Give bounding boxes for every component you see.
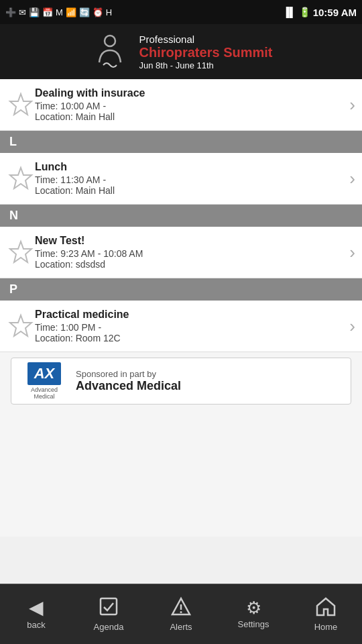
home-svg-icon (316, 596, 336, 616)
alerts-icon (171, 596, 191, 619)
header-text-block: Professional Chiropraters Summit Jun 8th… (139, 34, 273, 70)
svg-rect-5 (101, 598, 117, 614)
sponsor-banner: AX Advanced Medical Sponsored in part by… (11, 358, 351, 405)
sponsor-logo-ax: AX (27, 362, 61, 385)
bottom-nav: ◀ back Agenda Alerts ⚙ Settings (0, 584, 362, 644)
battery-icon: 🔋 (299, 7, 310, 17)
status-icons-right: ▐▌ 🔋 10:59 AM (283, 7, 357, 18)
item-time: Time: 10:00 AM - (35, 101, 344, 111)
alarm-icon: ⏰ (93, 7, 103, 17)
back-icon: ◀ (29, 598, 44, 617)
item-time: Time: 1:00 PM - (35, 322, 344, 333)
svg-marker-1 (10, 94, 32, 115)
mail-icon: ✉ (19, 7, 26, 17)
status-time: 10:59 AM (313, 7, 357, 18)
svg-marker-3 (10, 241, 32, 262)
item-info: Practical medicine Time: 1:00 PM - Locat… (35, 309, 344, 343)
header-title-main: Chiropraters Summit (139, 45, 273, 60)
sponsor-logo-sub: Advanced Medical (21, 386, 68, 400)
chevron-right-icon: › (349, 242, 355, 263)
nav-home[interactable]: Home (290, 596, 362, 632)
sponsor-name: Advanced Medical (76, 379, 341, 393)
settings-icon: ⚙ (246, 599, 261, 616)
item-title: New Test! (35, 235, 344, 247)
nav-back[interactable]: ◀ back (0, 598, 72, 630)
section-header-p: P (0, 278, 362, 301)
agenda-svg-icon (99, 596, 119, 616)
favorite-icon[interactable] (7, 312, 35, 340)
favorite-icon[interactable] (7, 164, 35, 193)
item-location: Location: Room 12C (35, 333, 344, 343)
nav-agenda[interactable]: Agenda (72, 596, 145, 632)
item-location: Location: Main Hall (35, 111, 344, 122)
nav-back-label: back (27, 620, 45, 630)
nav-alerts[interactable]: Alerts (145, 596, 217, 632)
chevron-right-icon: › (349, 168, 355, 189)
status-icons-left: ➕ ✉ 💾 📅 M 📶 🔄 ⏰ H (5, 7, 112, 17)
chevron-right-icon: › (349, 316, 355, 337)
header-title-top: Professional (139, 34, 273, 45)
nav-settings-label: Settings (238, 619, 269, 629)
rotate-icon: 🔄 (79, 7, 90, 17)
agenda-icon (99, 596, 119, 619)
item-time: Time: 11:30 AM - (35, 174, 344, 185)
nav-home-label: Home (314, 622, 338, 632)
sponsor-logo: AX Advanced Medical (21, 362, 68, 400)
nav-alerts-label: Alerts (170, 622, 192, 632)
app-logo (90, 32, 130, 72)
svg-marker-9 (317, 598, 335, 615)
favorite-icon[interactable] (7, 91, 35, 119)
chevron-right-icon: › (349, 95, 355, 115)
item-location: Location: sdsdsd (35, 259, 344, 270)
item-location: Location: Main Hall (35, 185, 344, 196)
nav-settings[interactable]: ⚙ Settings (217, 599, 290, 629)
h-indicator: H (106, 7, 112, 17)
item-title: Practical medicine (35, 309, 344, 321)
alerts-svg-icon (171, 596, 191, 616)
item-info: Lunch Time: 11:30 AM - Location: Main Ha… (35, 161, 344, 196)
favorite-icon[interactable] (7, 238, 35, 266)
calendar-icon: 📅 (42, 7, 53, 17)
section-header-l: L (0, 131, 362, 153)
sponsor-text-top: Sponsored in part by (76, 369, 341, 379)
item-title: Dealing with insurace (35, 87, 344, 99)
wifi-icon: 📶 (66, 7, 76, 17)
add-icon: ➕ (5, 7, 16, 17)
status-bar: ➕ ✉ 💾 📅 M 📶 🔄 ⏰ H ▐▌ 🔋 10:59 AM (0, 0, 362, 24)
svg-point-8 (180, 611, 182, 613)
home-icon (316, 596, 336, 619)
item-info: New Test! Time: 9:23 AM - 10:08 AM Locat… (35, 235, 344, 270)
sponsor-text-block: Sponsored in part by Advanced Medical (76, 369, 341, 393)
signal-icon: ▐▌ (283, 7, 296, 17)
svg-marker-2 (10, 168, 32, 189)
gmail-icon: M (56, 7, 63, 17)
app-header: Professional Chiropraters Summit Jun 8th… (0, 24, 362, 79)
nav-agenda-label: Agenda (94, 622, 124, 632)
list-item[interactable]: New Test! Time: 9:23 AM - 10:08 AM Locat… (0, 227, 362, 278)
list-item[interactable]: Lunch Time: 11:30 AM - Location: Main Ha… (0, 153, 362, 205)
item-title: Lunch (35, 161, 344, 173)
svg-point-0 (105, 36, 115, 46)
header-date: Jun 8th - June 11th (139, 60, 273, 70)
content-area: Dealing with insurace Time: 10:00 AM - L… (0, 79, 362, 537)
list-item[interactable]: Dealing with insurace Time: 10:00 AM - L… (0, 79, 362, 131)
svg-marker-4 (10, 315, 32, 336)
list-item[interactable]: Practical medicine Time: 1:00 PM - Locat… (0, 301, 362, 352)
sd-icon: 💾 (29, 7, 40, 17)
item-info: Dealing with insurace Time: 10:00 AM - L… (35, 87, 344, 122)
section-header-n: N (0, 205, 362, 227)
item-time: Time: 9:23 AM - 10:08 AM (35, 248, 344, 259)
